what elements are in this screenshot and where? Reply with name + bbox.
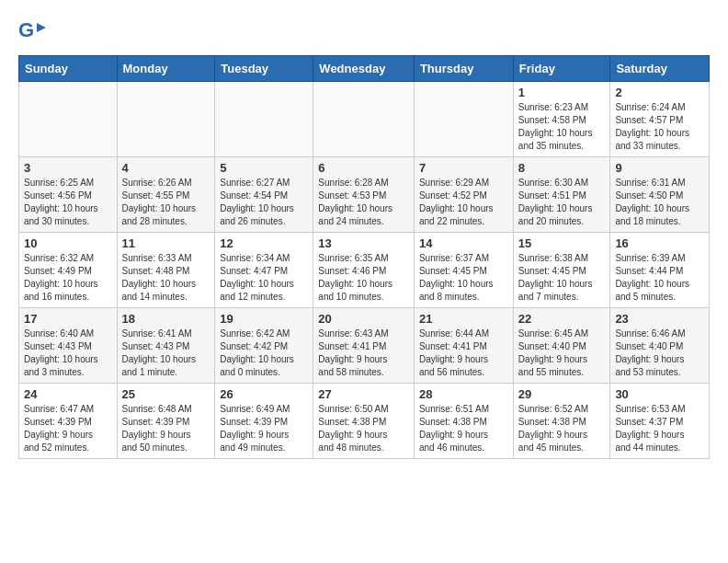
day-info: Sunrise: 6:38 AMSunset: 4:45 PMDaylight:… <box>518 252 606 304</box>
calendar-cell: 13Sunrise: 6:35 AMSunset: 4:46 PMDayligh… <box>313 233 415 308</box>
day-info: Sunrise: 6:48 AMSunset: 4:39 PMDaylight:… <box>122 403 210 454</box>
calendar-cell: 27Sunrise: 6:50 AMSunset: 4:38 PMDayligh… <box>313 384 415 459</box>
day-info: Sunrise: 6:39 AMSunset: 4:44 PMDaylight:… <box>615 252 704 304</box>
day-info: Sunrise: 6:52 AMSunset: 4:38 PMDaylight:… <box>518 403 606 454</box>
calendar-cell: 11Sunrise: 6:33 AMSunset: 4:48 PMDayligh… <box>117 233 215 308</box>
calendar-cell: 18Sunrise: 6:41 AMSunset: 4:43 PMDayligh… <box>117 308 215 384</box>
day-number: 3 <box>24 161 112 175</box>
day-info: Sunrise: 6:25 AMSunset: 4:56 PMDaylight:… <box>24 177 112 228</box>
column-header-wednesday: Wednesday <box>313 56 415 82</box>
day-info: Sunrise: 6:23 AMSunset: 4:58 PMDaylight:… <box>518 101 606 153</box>
column-header-friday: Friday <box>513 56 610 82</box>
day-number: 14 <box>419 236 508 250</box>
calendar-cell: 22Sunrise: 6:45 AMSunset: 4:40 PMDayligh… <box>513 308 610 384</box>
day-info: Sunrise: 6:32 AMSunset: 4:49 PMDaylight:… <box>24 252 112 304</box>
calendar-cell: 1Sunrise: 6:23 AMSunset: 4:58 PMDaylight… <box>513 82 610 157</box>
calendar-cell: 15Sunrise: 6:38 AMSunset: 4:45 PMDayligh… <box>513 233 610 308</box>
calendar-cell <box>414 82 513 157</box>
calendar-cell: 8Sunrise: 6:30 AMSunset: 4:51 PMDaylight… <box>513 157 610 233</box>
day-number: 9 <box>615 161 704 175</box>
day-number: 26 <box>220 387 308 401</box>
day-number: 4 <box>122 161 210 175</box>
day-number: 16 <box>615 236 704 250</box>
calendar-cell: 25Sunrise: 6:48 AMSunset: 4:39 PMDayligh… <box>117 384 215 459</box>
calendar-cell: 2Sunrise: 6:24 AMSunset: 4:57 PMDaylight… <box>610 82 710 157</box>
calendar-cell <box>215 82 313 157</box>
calendar-cell: 23Sunrise: 6:46 AMSunset: 4:40 PMDayligh… <box>610 308 710 384</box>
day-number: 17 <box>24 312 112 326</box>
logo: G <box>18 18 50 46</box>
column-header-tuesday: Tuesday <box>215 56 313 82</box>
calendar-cell: 28Sunrise: 6:51 AMSunset: 4:38 PMDayligh… <box>414 384 513 459</box>
day-number: 11 <box>122 236 210 250</box>
calendar-cell <box>117 82 215 157</box>
column-header-monday: Monday <box>117 56 215 82</box>
day-number: 15 <box>518 236 606 250</box>
day-info: Sunrise: 6:27 AMSunset: 4:54 PMDaylight:… <box>220 177 308 228</box>
calendar-cell: 17Sunrise: 6:40 AMSunset: 4:43 PMDayligh… <box>19 308 118 384</box>
calendar-cell: 16Sunrise: 6:39 AMSunset: 4:44 PMDayligh… <box>610 233 710 308</box>
day-number: 20 <box>318 312 409 326</box>
day-number: 22 <box>518 312 606 326</box>
day-info: Sunrise: 6:45 AMSunset: 4:40 PMDaylight:… <box>518 327 606 379</box>
calendar-cell: 30Sunrise: 6:53 AMSunset: 4:37 PMDayligh… <box>610 384 710 459</box>
day-number: 21 <box>419 312 508 326</box>
page-header: G <box>18 18 710 46</box>
day-info: Sunrise: 6:41 AMSunset: 4:43 PMDaylight:… <box>122 327 210 379</box>
day-info: Sunrise: 6:31 AMSunset: 4:50 PMDaylight:… <box>615 177 704 228</box>
calendar-cell: 29Sunrise: 6:52 AMSunset: 4:38 PMDayligh… <box>513 384 610 459</box>
day-info: Sunrise: 6:33 AMSunset: 4:48 PMDaylight:… <box>122 252 210 304</box>
logo-icon: G <box>18 18 46 46</box>
day-info: Sunrise: 6:43 AMSunset: 4:41 PMDaylight:… <box>318 327 409 379</box>
calendar-cell <box>19 82 118 157</box>
day-number: 27 <box>318 387 409 401</box>
week-row-4: 17Sunrise: 6:40 AMSunset: 4:43 PMDayligh… <box>19 308 710 384</box>
day-number: 8 <box>518 161 606 175</box>
day-number: 6 <box>318 161 409 175</box>
calendar-cell: 26Sunrise: 6:49 AMSunset: 4:39 PMDayligh… <box>215 384 313 459</box>
day-number: 19 <box>220 312 308 326</box>
day-info: Sunrise: 6:30 AMSunset: 4:51 PMDaylight:… <box>518 177 606 228</box>
week-row-3: 10Sunrise: 6:32 AMSunset: 4:49 PMDayligh… <box>19 233 710 308</box>
day-number: 29 <box>518 387 606 401</box>
day-number: 23 <box>615 312 704 326</box>
calendar-cell: 21Sunrise: 6:44 AMSunset: 4:41 PMDayligh… <box>414 308 513 384</box>
svg-text:G: G <box>18 18 34 41</box>
day-number: 2 <box>615 86 704 99</box>
day-number: 25 <box>122 387 210 401</box>
calendar-cell: 7Sunrise: 6:29 AMSunset: 4:52 PMDaylight… <box>414 157 513 233</box>
svg-marker-1 <box>37 23 46 32</box>
calendar-table: SundayMondayTuesdayWednesdayThursdayFrid… <box>18 55 710 459</box>
day-info: Sunrise: 6:50 AMSunset: 4:38 PMDaylight:… <box>318 403 409 454</box>
day-info: Sunrise: 6:53 AMSunset: 4:37 PMDaylight:… <box>615 403 704 454</box>
calendar-cell: 6Sunrise: 6:28 AMSunset: 4:53 PMDaylight… <box>313 157 415 233</box>
day-number: 12 <box>220 236 308 250</box>
day-info: Sunrise: 6:40 AMSunset: 4:43 PMDaylight:… <box>24 327 112 379</box>
day-info: Sunrise: 6:35 AMSunset: 4:46 PMDaylight:… <box>318 252 409 304</box>
day-number: 13 <box>318 236 409 250</box>
day-number: 1 <box>518 86 606 99</box>
calendar-cell <box>313 82 415 157</box>
day-info: Sunrise: 6:49 AMSunset: 4:39 PMDaylight:… <box>220 403 308 454</box>
day-number: 10 <box>24 236 112 250</box>
day-info: Sunrise: 6:44 AMSunset: 4:41 PMDaylight:… <box>419 327 508 379</box>
day-info: Sunrise: 6:47 AMSunset: 4:39 PMDaylight:… <box>24 403 112 454</box>
calendar-cell: 14Sunrise: 6:37 AMSunset: 4:45 PMDayligh… <box>414 233 513 308</box>
day-number: 24 <box>24 387 112 401</box>
column-header-sunday: Sunday <box>19 56 118 82</box>
day-info: Sunrise: 6:26 AMSunset: 4:55 PMDaylight:… <box>122 177 210 228</box>
day-info: Sunrise: 6:46 AMSunset: 4:40 PMDaylight:… <box>615 327 704 379</box>
week-row-2: 3Sunrise: 6:25 AMSunset: 4:56 PMDaylight… <box>19 157 710 233</box>
day-info: Sunrise: 6:42 AMSunset: 4:42 PMDaylight:… <box>220 327 308 379</box>
week-row-1: 1Sunrise: 6:23 AMSunset: 4:58 PMDaylight… <box>19 82 710 157</box>
column-header-saturday: Saturday <box>610 56 710 82</box>
calendar-cell: 24Sunrise: 6:47 AMSunset: 4:39 PMDayligh… <box>19 384 118 459</box>
column-header-thursday: Thursday <box>414 56 513 82</box>
calendar-cell: 3Sunrise: 6:25 AMSunset: 4:56 PMDaylight… <box>19 157 118 233</box>
day-info: Sunrise: 6:28 AMSunset: 4:53 PMDaylight:… <box>318 177 409 228</box>
calendar-header-row: SundayMondayTuesdayWednesdayThursdayFrid… <box>19 56 710 82</box>
calendar-cell: 4Sunrise: 6:26 AMSunset: 4:55 PMDaylight… <box>117 157 215 233</box>
calendar-cell: 19Sunrise: 6:42 AMSunset: 4:42 PMDayligh… <box>215 308 313 384</box>
day-number: 7 <box>419 161 508 175</box>
calendar-cell: 9Sunrise: 6:31 AMSunset: 4:50 PMDaylight… <box>610 157 710 233</box>
